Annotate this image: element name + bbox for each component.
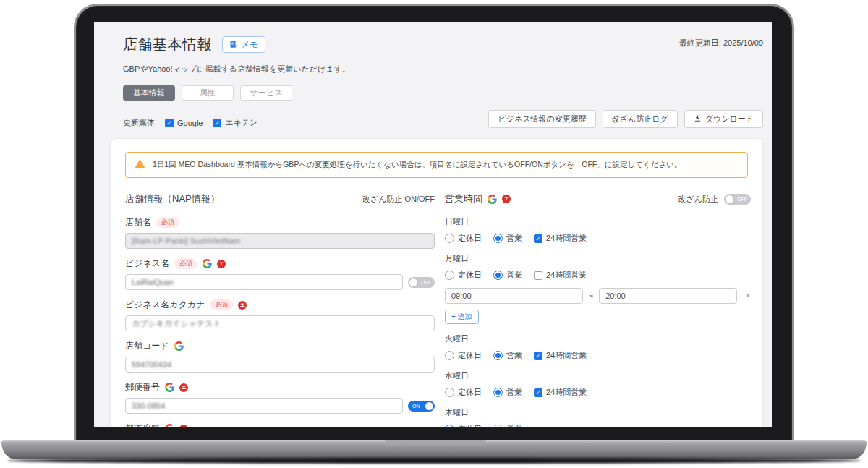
checkbox-icon [534,352,542,360]
laptop-mockup: 店舗基本情報 メモ 最終更新日: 2025/10/09 GBPやYahoo!マッ… [0,0,868,468]
field-postal-code: 郵便番号 エ 330-0854 ON [125,381,435,414]
checkbox-24h[interactable]: 24時間営業 [534,270,587,281]
google-icon [488,195,497,204]
checkbox-icon [534,271,542,280]
remove-time-icon[interactable]: × [746,291,751,301]
day-controls: 定休日営業24時間営業 [445,387,751,398]
hours-days-list: 日曜日定休日営業24時間営業月曜日定休日営業24時間営業~×+ 追加火曜日定休日… [445,216,751,427]
hours-section: 営業時間 エ 改ざん防止 OFF [445,192,751,427]
basic-info-card: 1日1回 MEO Dashboard 基本情報からGBPへの変更処理を行いたくな… [110,138,763,427]
day-label: 木曜日 [445,407,751,418]
checkbox-icon [213,119,221,127]
option-label: 営業 [506,387,522,398]
hours-day-row: 水曜日定休日営業24時間営業 [445,370,751,398]
day-controls: 定休日営業24時間営業 [445,270,751,281]
radio-closed[interactable]: 定休日 [445,424,482,427]
field-store-code: 店舗コード 594700434 [125,340,435,373]
ekiten-icon: エ [502,195,511,203]
checkbox-24h[interactable]: 24時間営業 [534,350,587,361]
add-time-button[interactable]: + 追加 [445,310,479,324]
warning-text: 1日1回 MEO Dashboard 基本情報からGBPへの変更処理を行いたくな… [153,160,681,170]
time-range-row: ~× [445,288,751,304]
time-to-input[interactable] [599,288,737,304]
checkbox-24h[interactable]: 24時間営業 [534,387,587,398]
option-label: 24時間営業 [546,270,587,281]
radio-icon [493,271,503,280]
google-icon [203,259,212,268]
radio-open[interactable]: 営業 [493,270,522,281]
checkbox-icon [534,234,542,243]
tab-basic-info[interactable]: 基本情報 [123,85,175,101]
option-label: 営業 [506,424,522,427]
tab-services[interactable]: サービス [240,85,292,101]
google-icon [165,424,174,427]
day-label: 月曜日 [445,253,751,264]
memo-button[interactable]: メモ [222,36,265,53]
update-media-row: 更新媒体 Google エキテン [123,117,258,128]
radio-icon [445,271,454,280]
field-business-name: ビジネス名 必須 エ LaiRaiQuan [125,258,435,290]
hours-section-title: 営業時間 [445,192,482,205]
ekiten-icon: エ [238,301,247,310]
laptop-shadow [7,458,861,464]
option-label: 24時間営業 [546,233,587,244]
media-checkbox-google[interactable]: Google [165,119,203,127]
download-icon [694,114,702,124]
radio-icon [445,388,454,397]
checkbox-24h[interactable]: 24時間営業 [534,233,587,244]
business-name-toggle[interactable]: OFF [408,277,435,288]
radio-closed[interactable]: 定休日 [445,233,482,244]
header-actions: ビジネス情報の変更履歴 改ざん防止ログ ダウンロード [488,110,763,128]
store-code-input[interactable]: 594700434 [125,357,435,373]
hours-tamper-toggle[interactable]: OFF [724,194,751,205]
hours-tamper-label: 改ざん防止 [678,194,718,205]
memo-icon [229,40,238,50]
change-history-button[interactable]: ビジネス情報の変更履歴 [488,110,595,128]
radio-icon [493,388,503,397]
hours-day-row: 木曜日定休日営業 [445,407,751,427]
postal-code-toggle[interactable]: ON [408,401,435,412]
option-label: 定休日 [458,270,482,281]
business-name-input[interactable]: LaiRaiQuan [125,274,403,290]
day-controls: 定休日営業24時間営業 [445,233,751,244]
radio-closed[interactable]: 定休日 [445,387,482,398]
last-updated: 最終更新日: 2025/10/09 [679,38,763,48]
tab-bar: 基本情報 属性 サービス [123,85,763,101]
radio-closed[interactable]: 定休日 [445,270,482,281]
laptop-base [1,440,867,459]
radio-open[interactable]: 営業 [493,387,522,398]
option-label: 24時間営業 [546,387,587,398]
radio-icon [445,425,454,427]
store-name-input[interactable]: [Ram-LP-Panki] SushiVietNam [125,233,435,249]
tamper-log-button[interactable]: 改ざん防止ログ [603,110,678,128]
day-label: 水曜日 [445,370,751,381]
option-label: 定休日 [458,233,482,244]
required-badge: 必須 [210,299,233,310]
radio-icon [445,234,454,243]
field-prefecture: 都道府県 エ 埼玉県 ▼ エキテン情報: 青森県 [125,422,435,427]
radio-closed[interactable]: 定休日 [445,350,482,361]
warning-banner: 1日1回 MEO Dashboard 基本情報からGBPへの変更処理を行いたくな… [125,152,748,178]
nap-section: 店舗情報（NAP情報） 改ざん防止 ON/OFF 店舗名 必須 [Ram-LP-… [125,192,435,427]
tab-attributes[interactable]: 属性 [182,85,234,101]
postal-code-input[interactable]: 330-0854 [125,398,403,414]
memo-label: メモ [242,39,258,50]
time-from-input[interactable] [445,288,583,304]
field-business-kana: ビジネス名カタカナ 必須 エ カブシキガイシャテスト [125,299,435,331]
required-badge: 必須 [174,258,197,269]
radio-open[interactable]: 営業 [493,424,522,427]
google-icon [174,341,184,351]
business-kana-input[interactable]: カブシキガイシャテスト [125,315,435,331]
option-label: 定休日 [458,350,482,361]
option-label: 定休日 [458,424,482,427]
radio-open[interactable]: 営業 [493,233,522,244]
laptop-screen: 店舗基本情報 メモ 最終更新日: 2025/10/09 GBPやYahoo!マッ… [76,6,792,441]
radio-icon [493,351,503,360]
warning-icon [135,158,145,171]
download-button[interactable]: ダウンロード [684,110,763,128]
media-checkbox-ekiten[interactable]: エキテン [213,117,258,128]
day-controls: 定休日営業 [445,424,751,427]
hours-day-row: 日曜日定休日営業24時間営業 [445,216,751,244]
update-media-label: 更新媒体 [123,117,155,128]
radio-open[interactable]: 営業 [493,350,522,361]
